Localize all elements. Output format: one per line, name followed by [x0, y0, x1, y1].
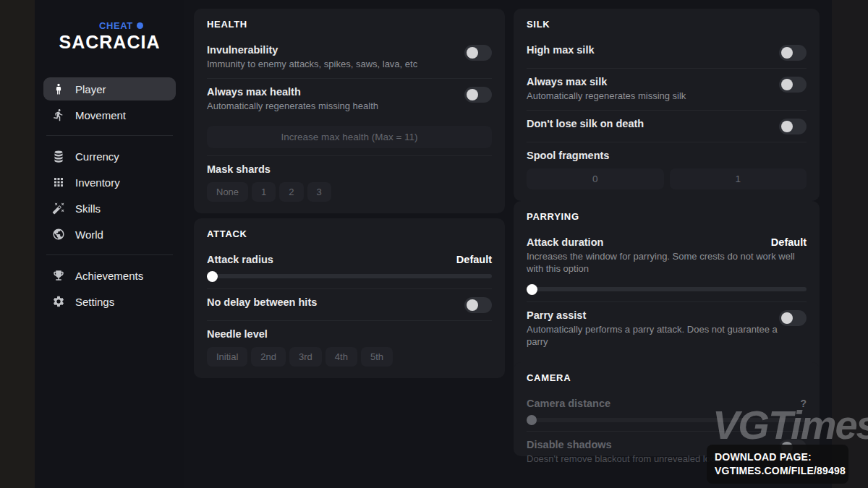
sidebar-divider: [46, 135, 173, 136]
panel-silk: SILK High max silk Always max silk Autom…: [514, 9, 820, 201]
globe-icon: [52, 228, 65, 241]
gear-icon: [52, 295, 65, 308]
setting-description: Automatically regenerates missing health: [207, 100, 378, 113]
camera-distance-slider[interactable]: [527, 415, 807, 425]
invulnerability-toggle[interactable]: [464, 45, 492, 61]
slider-knob[interactable]: [527, 415, 537, 425]
always-max-health-toggle[interactable]: [464, 87, 492, 103]
setting-description: Increases the window for parrying. Some …: [527, 251, 807, 275]
toggle-knob: [781, 47, 793, 59]
needle-level-option-initial[interactable]: Initial: [207, 347, 247, 367]
toggle-knob: [781, 312, 793, 324]
setting-row-dont-lose-silk: Don't lose silk on death: [527, 110, 807, 142]
setting-label: Always max health: [207, 86, 378, 98]
sidebar-item-achievements[interactable]: Achievements: [43, 264, 176, 287]
setting-row-no-delay: No delay between hits: [207, 288, 492, 320]
sidebar-item-label: Movement: [75, 109, 126, 121]
always-max-silk-toggle[interactable]: [779, 77, 807, 93]
panel-camera: CAMERA Camera distance ? Disable shadows…: [514, 362, 820, 456]
logo-cheat-label: CHEAT: [99, 20, 133, 31]
panel-title: ATTACK: [207, 228, 492, 239]
help-icon[interactable]: ?: [800, 398, 807, 409]
mask-shards-option-3[interactable]: 3: [307, 182, 331, 202]
needle-level-option-2nd[interactable]: 2nd: [251, 347, 286, 367]
attack-duration-value: Default: [771, 236, 807, 248]
toggle-knob: [467, 47, 478, 59]
toggle-knob: [781, 121, 793, 132]
needle-level-option-3rd[interactable]: 3rd: [289, 347, 322, 367]
setting-description: Automatically regenerates missing silk: [527, 90, 686, 103]
slider-track[interactable]: [527, 418, 807, 422]
sidebar-item-settings[interactable]: Settings: [43, 290, 176, 313]
setting-label: High max silk: [527, 44, 594, 56]
setting-description: Automatically performs a parry attack. D…: [527, 324, 779, 348]
wand-icon: [52, 202, 65, 215]
download-page-url: VGTIMES.COM/FILE/89498: [715, 464, 841, 478]
setting-row-parry-assist: Parry assist Automatically performs a pa…: [527, 301, 807, 356]
needle-level-option-5th[interactable]: 5th: [361, 347, 393, 367]
needle-level-option-4th[interactable]: 4th: [326, 347, 357, 367]
setting-row-always-max-health: Always max health Automatically regenera…: [207, 78, 492, 120]
attack-radius-slider[interactable]: [207, 271, 492, 281]
setting-description: Immunity to enemy attacks, spikes, saws,…: [207, 59, 417, 71]
slider-knob[interactable]: [527, 284, 537, 295]
sidebar-item-world[interactable]: World: [43, 223, 176, 246]
setting-row-always-max-silk: Always max silk Automatically regenerate…: [527, 68, 807, 110]
sidebar-item-label: Settings: [75, 296, 114, 308]
setting-label: Invulnerability: [207, 44, 417, 56]
sidebar-item-currency[interactable]: Currency: [43, 145, 176, 168]
person-icon: [52, 82, 65, 95]
panel-title: PARRYING: [527, 211, 807, 222]
spool-fragments-label: Spool fragments: [527, 150, 807, 161]
setting-row-high-max-silk: High max silk: [527, 37, 807, 68]
needle-level-options: Initial 2nd 3rd 4th 5th: [207, 347, 492, 367]
mask-shards-option-none[interactable]: None: [207, 182, 248, 202]
attack-duration-slider[interactable]: [527, 284, 807, 294]
mask-shards-option-2[interactable]: 2: [279, 182, 303, 202]
sidebar: CHEAT SACRACIA Player Movement Currency …: [35, 0, 184, 488]
sidebar-item-player[interactable]: Player: [43, 77, 176, 100]
sidebar-item-skills[interactable]: Skills: [43, 197, 176, 220]
parry-assist-toggle[interactable]: [779, 310, 807, 326]
app-title: SACRACIA: [43, 32, 176, 53]
sidebar-item-label: Inventory: [75, 176, 120, 189]
sidebar-item-inventory[interactable]: Inventory: [43, 171, 176, 194]
setting-row-attack-duration: Attack duration Default Increases the wi…: [527, 229, 807, 294]
increase-max-health-button[interactable]: Increase max health (Max = 11): [207, 126, 492, 148]
spool-fragments-options: 0 1: [527, 168, 807, 189]
background-right-edge: [832, 0, 868, 488]
setting-row-invulnerability: Invulnerability Immunity to enemy attack…: [207, 37, 492, 78]
attack-radius-value: Default: [456, 254, 492, 265]
slider-knob[interactable]: [207, 271, 218, 282]
setting-label: Always max silk: [527, 76, 686, 87]
grid-icon: [52, 176, 65, 189]
app-logo: CHEAT SACRACIA: [43, 20, 176, 53]
setting-label: Attack duration: [527, 236, 603, 248]
no-delay-toggle[interactable]: [464, 297, 492, 313]
sidebar-item-label: Achievements: [75, 270, 143, 282]
mask-shards-label: Mask shards: [207, 163, 492, 175]
panel-title: HEALTH: [207, 19, 492, 30]
divider: Mask shards None 1 2 3: [207, 155, 492, 202]
high-max-silk-toggle[interactable]: [779, 45, 807, 61]
sidebar-item-movement[interactable]: Movement: [43, 103, 176, 127]
panel-health: HEALTH Invulnerability Immunity to enemy…: [194, 9, 505, 213]
dont-lose-silk-toggle[interactable]: [779, 119, 807, 134]
sidebar-item-label: World: [75, 228, 103, 241]
slider-track[interactable]: [527, 287, 807, 291]
spool-fragments-option-0[interactable]: 0: [527, 168, 664, 189]
trophy-icon: [52, 269, 65, 282]
spool-fragments-option-1[interactable]: 1: [670, 168, 807, 189]
divider: Needle level Initial 2nd 3rd 4th 5th: [207, 320, 492, 367]
setting-label: Parry assist: [527, 309, 779, 321]
runner-icon: [52, 108, 65, 121]
coins-icon: [52, 150, 65, 163]
toggle-knob: [781, 79, 793, 90]
setting-label: Attack radius: [207, 254, 273, 265]
setting-row-camera-distance: Camera distance ?: [527, 390, 807, 425]
panel-title: SILK: [527, 19, 807, 30]
mask-shards-option-1[interactable]: 1: [252, 182, 276, 202]
sidebar-divider: [46, 254, 173, 255]
slider-track[interactable]: [207, 274, 492, 278]
panel-title: CAMERA: [527, 372, 807, 383]
